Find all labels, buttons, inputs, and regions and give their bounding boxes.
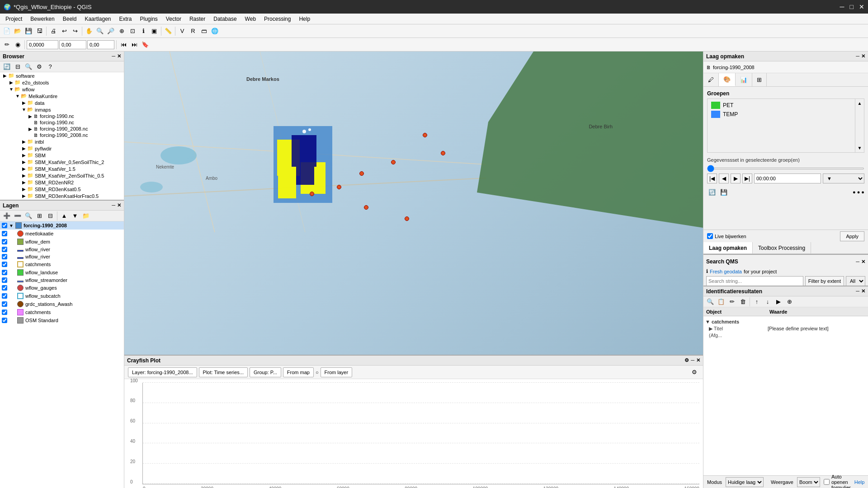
layer-item-osm[interactable]: OSM Standard	[0, 316, 124, 324]
laag-tab-table[interactable]: ⊞	[752, 73, 767, 86]
zoom-in-btn[interactable]: 🔍	[95, 26, 105, 36]
laag-action-btn-2[interactable]: 💾	[719, 187, 729, 197]
id-help-link[interactable]: Help	[854, 479, 865, 485]
qms-close-icon[interactable]: ✕	[861, 259, 865, 265]
id-btn-7[interactable]: ▶	[774, 297, 783, 307]
collapse-all-btn[interactable]: ⊟	[45, 211, 55, 221]
layers-minimize-icon[interactable]: ─	[112, 202, 115, 208]
layer-vis-check[interactable]	[2, 277, 7, 283]
menu-bewerken[interactable]: Bewerken	[27, 15, 58, 23]
time-next-btn[interactable]: ▶|	[742, 174, 752, 183]
redo-btn[interactable]: ↪	[70, 26, 80, 36]
titlebar-controls[interactable]: ─ □ ✕	[840, 3, 864, 10]
layer-item-river1[interactable]: wflow_river	[0, 246, 124, 253]
station-dot[interactable]	[423, 133, 427, 137]
time-first-btn[interactable]: |◀	[707, 174, 717, 183]
menu-kaartlagen[interactable]: Kaartlagen	[81, 15, 114, 23]
from-map-btn[interactable]: From map	[283, 367, 314, 377]
groepen-scrollbar[interactable]: ▲ ▼	[855, 99, 864, 152]
open-btn[interactable]: 📂	[13, 26, 23, 36]
groep-temp[interactable]: TEMP	[709, 110, 853, 119]
add-layer-btn[interactable]: ➕	[2, 211, 12, 221]
qms-search-input[interactable]	[706, 276, 803, 286]
layers-close-icon[interactable]: ✕	[117, 202, 121, 208]
tree-item-sbm-rd3[interactable]: ▶ 📁 SBM_RD3enKsat0.5	[0, 186, 124, 192]
close-button[interactable]: ✕	[859, 3, 864, 10]
tree-item-nc4[interactable]: 🗎 forcing-1990_2008.nc	[0, 132, 124, 138]
menu-vector[interactable]: Vector	[162, 15, 185, 23]
id-minimize-icon[interactable]: ─	[856, 288, 859, 294]
laag-action-btn-1[interactable]: 🔃	[707, 187, 717, 197]
id-row-afg[interactable]: (Afg...	[705, 332, 866, 338]
menu-extra[interactable]: Extra	[115, 15, 135, 23]
station-dot[interactable]	[405, 216, 409, 221]
browser-filter-btn[interactable]: 🔍	[24, 62, 33, 72]
layer-item-meetlokaatie[interactable]: meetlokaatie	[0, 230, 124, 238]
bookmark-btn[interactable]: 🔖	[140, 40, 150, 50]
weergave-select[interactable]: Boom	[797, 477, 820, 487]
coord-x-input[interactable]	[27, 40, 58, 49]
station-dot[interactable]	[391, 160, 396, 164]
scroll-up-icon[interactable]: ▲	[858, 101, 862, 106]
zoom-layer-btn[interactable]: ⊡	[127, 26, 137, 36]
from-layer-btn[interactable]: From layer	[321, 367, 353, 377]
layer-vis-check[interactable]	[2, 293, 7, 299]
tree-item-wflow[interactable]: ▼ 📂 wflow	[0, 86, 124, 93]
layer-item-subcatch[interactable]: wflow_subcatch	[0, 292, 124, 300]
auto-open-check[interactable]	[824, 479, 830, 485]
filter-by-extent-btn[interactable]: Filter by extent	[805, 276, 844, 286]
move-up-btn[interactable]: ▲	[59, 211, 69, 221]
layer-vis-check[interactable]	[2, 239, 7, 244]
maximize-button[interactable]: □	[850, 3, 854, 10]
id-btn-6[interactable]: ↓	[763, 297, 773, 307]
tree-item-data[interactable]: ▶ 📁 data	[0, 99, 124, 106]
tree-item-sbm-ksat2[interactable]: ▶ 📁 SBM_KsatVer_1.5	[0, 165, 124, 172]
groep-pet[interactable]: PET	[709, 101, 853, 110]
tree-item-nc2[interactable]: 🗎 forcing-1990.nc	[0, 119, 124, 126]
station-dot[interactable]	[337, 185, 341, 189]
browser-minimize-icon[interactable]: ─	[112, 53, 115, 59]
browser-close-icon[interactable]: ✕	[117, 53, 121, 59]
crayfish-minimize-icon[interactable]: ─	[691, 357, 694, 363]
print-btn[interactable]: 🖨	[48, 26, 58, 36]
tab-toolbox-processing[interactable]: Toolbox Processing	[753, 242, 811, 253]
qms-minimize-icon[interactable]: ─	[856, 259, 859, 265]
select-btn[interactable]: ▣	[149, 26, 159, 36]
group-btn[interactable]: 📁	[81, 211, 91, 221]
crayfish-settings-icon[interactable]: ⚙	[684, 357, 689, 363]
station-dot[interactable]	[364, 205, 368, 210]
prev-extent-btn[interactable]: ⏮	[118, 40, 128, 50]
apply-button[interactable]: Apply	[840, 231, 864, 241]
minimize-button[interactable]: ─	[840, 3, 844, 10]
layer-item-catchments2[interactable]: catchments	[0, 308, 124, 316]
tree-item-intbl[interactable]: ▶ 📁 intbl	[0, 138, 124, 145]
dataset-slider[interactable]	[707, 168, 864, 169]
station-dot[interactable]	[441, 151, 445, 155]
zoom-out-btn[interactable]: 🔎	[106, 26, 116, 36]
id-btn-3[interactable]: ✏	[727, 297, 737, 307]
menu-raster[interactable]: Raster	[186, 15, 209, 23]
tree-item-inmaps[interactable]: ▼ 📂 inmaps	[0, 106, 124, 113]
layer-vis-check[interactable]	[2, 247, 7, 252]
next-extent-btn[interactable]: ⏭	[129, 40, 139, 50]
map-area[interactable]: Debre Markos Debre Birh Nekemte Ambo	[124, 52, 703, 355]
tree-item-sbm-rd2[interactable]: ▶ 📁 SBM_RD2enNR2	[0, 179, 124, 186]
layer-item-forcing[interactable]: ▼ forcing-1990_2008	[0, 221, 124, 230]
measure-btn[interactable]: 📏	[163, 26, 173, 36]
undo-btn[interactable]: ↩	[59, 26, 69, 36]
laag-tab-chart[interactable]: 📊	[736, 73, 752, 86]
fresh-geodata-link[interactable]: Fresh geodata	[710, 269, 742, 274]
pan-btn[interactable]: ✋	[84, 26, 94, 36]
add-vector-btn[interactable]: V	[177, 26, 187, 36]
laag-close-icon[interactable]: ✕	[861, 53, 865, 59]
station-dot[interactable]	[359, 171, 364, 176]
add-wms-btn[interactable]: 🌐	[210, 26, 220, 36]
id-btn-2[interactable]: 📋	[716, 297, 726, 307]
id-row-titel[interactable]: ▶ Titel [Please define preview text]	[705, 325, 866, 332]
tree-item-e2o[interactable]: ▶ 📁 e2o_dstools	[0, 79, 124, 86]
id-btn-4[interactable]: 🗑	[738, 297, 748, 307]
tree-item-sbm-soil[interactable]: ▶ 📁 SBM_SoilThickness_2	[0, 199, 124, 200]
layer-item-gauges[interactable]: wflow_gauges	[0, 284, 124, 292]
id-btn-8[interactable]: ⊕	[784, 297, 794, 307]
tree-item-pyflwdir[interactable]: ▶ 📁 pyflwdir	[0, 145, 124, 152]
